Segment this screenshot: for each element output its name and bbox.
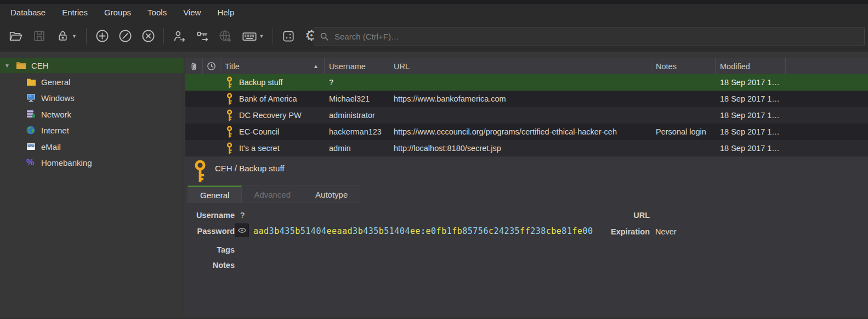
password-generator-button[interactable] bbox=[277, 25, 300, 48]
save-database-button[interactable] bbox=[27, 25, 50, 48]
keepassxc-window: Database Entries Groups Tools View Help … bbox=[0, 0, 868, 319]
globe-arrow-icon bbox=[218, 29, 232, 43]
keyboard-icon bbox=[242, 29, 257, 44]
sidebar-item-homebanking[interactable]: % Homebanking bbox=[0, 155, 184, 170]
group-label: CEH bbox=[31, 61, 49, 70]
perform-autotype-button[interactable]: ▼ bbox=[237, 25, 269, 48]
edit-entry-button[interactable] bbox=[114, 25, 137, 48]
header-url-column[interactable]: URL bbox=[389, 58, 651, 74]
sidebar-item-email[interactable]: eMail bbox=[0, 139, 184, 154]
entry-notes: Personal login bbox=[651, 124, 716, 140]
sort-ascending-icon: ▲ bbox=[313, 63, 319, 69]
entry-url bbox=[389, 74, 651, 91]
copy-username-button[interactable] bbox=[168, 25, 191, 48]
expander-triangle-icon[interactable]: ▼ bbox=[4, 63, 10, 69]
entry-modified: 18 Sep 2017 1… bbox=[716, 74, 786, 91]
user-arrow-icon bbox=[172, 29, 186, 43]
network-stack-icon bbox=[26, 110, 36, 119]
folder-icon bbox=[26, 78, 36, 86]
column-label: URL bbox=[394, 62, 410, 71]
pane-splitter[interactable] bbox=[184, 52, 184, 317]
open-url-button[interactable] bbox=[214, 25, 237, 48]
header-modified-column[interactable]: Modified bbox=[716, 58, 786, 74]
save-floppy-icon bbox=[32, 29, 46, 43]
group-label: Homebanking bbox=[41, 158, 92, 167]
header-attachment-column[interactable] bbox=[185, 58, 203, 74]
search-input[interactable] bbox=[334, 32, 859, 41]
window-top-edge bbox=[0, 0, 868, 4]
tab-advanced[interactable]: Advanced bbox=[242, 186, 303, 203]
entry-username: administrator bbox=[325, 107, 389, 124]
entry-url bbox=[389, 107, 651, 124]
url-label: URL bbox=[606, 211, 650, 220]
sidebar-item-internet[interactable]: Internet bbox=[0, 122, 184, 138]
key-icon bbox=[226, 142, 233, 155]
percent-icon: % bbox=[26, 158, 34, 167]
entry-title: DC Recovery PW bbox=[239, 111, 302, 120]
username-label: Username bbox=[191, 211, 235, 220]
sidebar-item-network[interactable]: Network bbox=[0, 107, 184, 122]
menu-view[interactable]: View bbox=[175, 5, 209, 20]
entry-url: https://www.eccouncil.org/programs/certi… bbox=[389, 124, 651, 140]
header-title-column[interactable]: Title ▲ bbox=[220, 58, 325, 74]
entry-modified: 18 Sep 2017 1… bbox=[716, 124, 786, 140]
group-label: General bbox=[41, 77, 70, 87]
folder-open-icon bbox=[16, 61, 26, 70]
entry-table: Title ▲ Username URL Notes Modified Back… bbox=[185, 58, 868, 156]
column-label: Notes bbox=[656, 62, 677, 71]
delete-entry-button[interactable] bbox=[137, 25, 160, 48]
chevron-down-icon: ▼ bbox=[72, 33, 77, 39]
entry-row[interactable]: It's a secret admin http://localhost:818… bbox=[185, 140, 868, 156]
expiration-label: Expiration bbox=[606, 227, 650, 236]
key-icon bbox=[226, 76, 233, 89]
notes-label: Notes bbox=[191, 261, 235, 270]
entry-title: It's a secret bbox=[239, 144, 280, 153]
entry-row[interactable]: Backup stuff ? 18 Sep 2017 1… bbox=[185, 74, 868, 91]
preview-tabs: General Advanced Autotype bbox=[188, 186, 360, 203]
entry-row[interactable]: Bank of America Michael321 https://www.b… bbox=[185, 91, 868, 107]
dice-icon bbox=[281, 29, 296, 43]
lock-database-button[interactable]: ▼ bbox=[50, 25, 82, 48]
entry-title: Backup stuff bbox=[239, 78, 283, 87]
tab-autotype[interactable]: Autotype bbox=[303, 186, 360, 203]
menu-tools[interactable]: Tools bbox=[139, 5, 175, 20]
status-strip bbox=[0, 317, 868, 319]
key-icon bbox=[226, 126, 233, 138]
entry-url: https://www.bankofamerica.com bbox=[389, 91, 651, 107]
entry-title: Bank of America bbox=[239, 94, 297, 103]
sidebar-item-windows[interactable]: Windows bbox=[0, 90, 184, 105]
header-expires-column[interactable] bbox=[203, 58, 220, 74]
eye-icon bbox=[237, 226, 247, 235]
menu-entries[interactable]: Entries bbox=[54, 5, 96, 20]
mail-icon bbox=[26, 143, 36, 150]
toggle-password-visibility-button[interactable] bbox=[235, 223, 249, 237]
toolbar-separator bbox=[163, 28, 164, 44]
edit-pencil-circle-icon bbox=[118, 29, 133, 43]
entry-username: Michael321 bbox=[325, 91, 389, 107]
plus-circle-icon bbox=[95, 29, 110, 43]
username-value: ? bbox=[240, 211, 245, 220]
chevron-down-icon: ▼ bbox=[259, 33, 264, 39]
key-arrow-icon bbox=[195, 29, 209, 43]
sidebar-item-ceh[interactable]: ▼ CEH bbox=[0, 58, 184, 73]
header-notes-column[interactable]: Notes bbox=[651, 58, 716, 74]
entry-modified: 18 Sep 2017 1… bbox=[716, 91, 786, 107]
column-label: Modified bbox=[720, 62, 750, 71]
menu-help[interactable]: Help bbox=[209, 5, 242, 20]
tab-general[interactable]: General bbox=[188, 186, 242, 203]
copy-password-button[interactable] bbox=[191, 25, 214, 48]
entry-modified: 18 Sep 2017 1… bbox=[716, 140, 786, 156]
open-database-button[interactable] bbox=[4, 25, 27, 48]
expiration-value: Never bbox=[655, 227, 677, 236]
menu-groups[interactable]: Groups bbox=[96, 5, 139, 20]
group-label: eMail bbox=[41, 142, 61, 152]
key-icon bbox=[226, 109, 233, 122]
entry-row[interactable]: DC Recovery PW administrator 18 Sep 2017… bbox=[185, 107, 868, 124]
entry-row[interactable]: EC-Council hackerman123 https://www.ecco… bbox=[185, 124, 868, 140]
sidebar-item-general[interactable]: General bbox=[0, 74, 184, 89]
add-entry-button[interactable] bbox=[90, 25, 114, 48]
menu-database[interactable]: Database bbox=[2, 5, 54, 20]
group-tree: ▼ CEH General Windows Network Internet e… bbox=[0, 52, 184, 317]
password-label: Password bbox=[191, 227, 235, 236]
header-username-column[interactable]: Username bbox=[325, 58, 389, 74]
